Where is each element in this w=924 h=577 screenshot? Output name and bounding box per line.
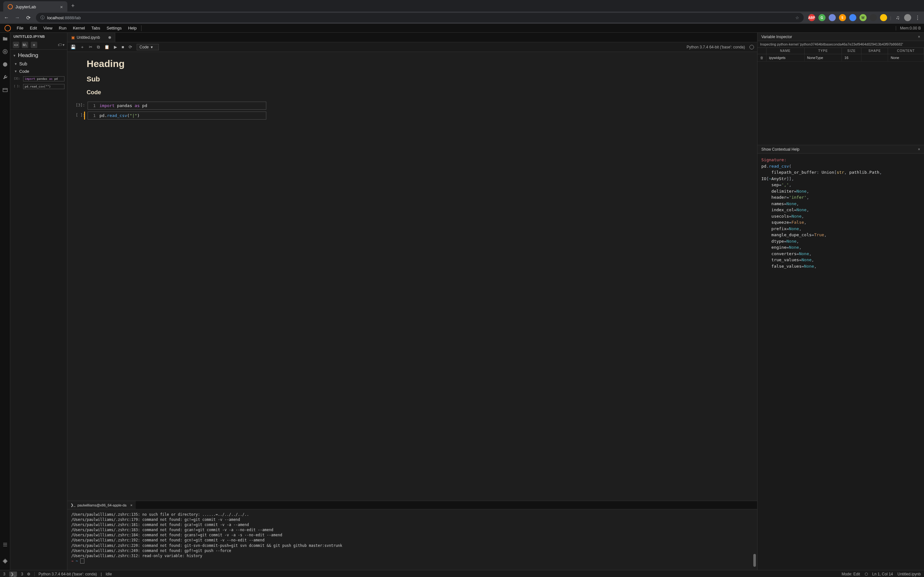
- google-ext-icon[interactable]: [849, 14, 856, 21]
- html5-ext-icon[interactable]: 5: [839, 14, 846, 21]
- ext-icon-7[interactable]: [870, 14, 877, 21]
- statusbar: 3 ❯_ 3 ⚙ Python 3.7.4 64-bit ('base': co…: [0, 570, 924, 577]
- col-shape[interactable]: SHAPE: [861, 48, 888, 54]
- outline-heading[interactable]: ▼Heading: [10, 50, 67, 60]
- sidebar-toolbar: <> M↓ ≡ 🏷 ▾: [10, 40, 67, 50]
- table-row[interactable]: 🗑 ipywidgets NoneType 16 None: [758, 54, 924, 61]
- terminal-body[interactable]: /Users/paulwilliams/.zshrc:135: no such …: [67, 509, 757, 570]
- status-kernel[interactable]: Python 3.7.4 64-bit ('base': conda): [39, 572, 97, 576]
- menu-edit[interactable]: Edit: [27, 24, 40, 32]
- close-icon[interactable]: ×: [918, 35, 920, 39]
- status-position[interactable]: Ln 1, Col 14: [872, 572, 893, 576]
- ctx-help-body[interactable]: Signature: pd.read_csv( filepath_or_buff…: [758, 153, 924, 570]
- notebook-tab[interactable]: ▣ Untitled.ipynb: [67, 33, 115, 42]
- copy-icon[interactable]: ⧉: [97, 45, 100, 50]
- kernel-status-icon[interactable]: [750, 45, 754, 49]
- jupyter-favicon: [8, 4, 13, 9]
- restart-icon[interactable]: ⟳: [129, 45, 132, 49]
- code-text[interactable]: import pandas as pd: [97, 102, 149, 109]
- var-inspector-tab[interactable]: Variable Inspector ×: [758, 33, 924, 41]
- tabs-icon[interactable]: [2, 87, 8, 93]
- status-num2[interactable]: 3: [21, 572, 23, 576]
- code-cell-active[interactable]: [ ]: 1 pd.read_csv("|"): [84, 111, 266, 119]
- reload-button[interactable]: ⟳: [25, 15, 31, 21]
- menu-icon[interactable]: ⋮: [914, 15, 921, 21]
- new-tab-button[interactable]: +: [67, 3, 79, 9]
- kernel-name[interactable]: Python 3.7.4 64-bit ('base': conda): [687, 45, 745, 49]
- gear-icon[interactable]: ⚙: [27, 572, 31, 576]
- menu-kernel[interactable]: Kernel: [69, 24, 88, 32]
- ext-icon-8[interactable]: [880, 14, 887, 21]
- code-text[interactable]: pd.read_csv("|"): [97, 112, 142, 119]
- profile-avatar[interactable]: [904, 14, 911, 21]
- code-input[interactable]: 1 pd.read_csv("|"): [87, 111, 266, 119]
- markdown-tool-icon[interactable]: M↓: [22, 42, 28, 48]
- terminal-status-icon[interactable]: ❯_: [9, 572, 17, 577]
- discord-ext-icon[interactable]: [829, 14, 836, 21]
- grammarly-ext-icon[interactable]: G: [819, 14, 825, 21]
- extension-icon[interactable]: [2, 558, 8, 564]
- tag-icon[interactable]: 🏷 ▾: [58, 43, 65, 47]
- status-mode[interactable]: Mode: Edit: [842, 572, 860, 576]
- forward-button[interactable]: →: [14, 15, 21, 21]
- status-file[interactable]: Untitled.ipynb: [897, 572, 921, 576]
- cell-type-select[interactable]: Code ▾: [137, 44, 159, 50]
- mini-cell[interactable]: [3]:import pandas as pd: [23, 76, 65, 81]
- mini-cell[interactable]: [ ]:pd.read_csv(""): [23, 84, 65, 89]
- right-panel: Variable Inspector × Inspecting python-k…: [757, 33, 924, 570]
- menu-help[interactable]: Help: [125, 24, 140, 32]
- info-icon[interactable]: ⓘ: [40, 15, 45, 21]
- jupyter-logo-icon[interactable]: [5, 25, 11, 31]
- alert-icon[interactable]: ⬡: [865, 572, 868, 576]
- code-input[interactable]: 1 import pandas as pd: [87, 102, 266, 110]
- folder-icon[interactable]: [2, 36, 8, 42]
- svg-rect-1: [4, 51, 6, 53]
- menu-run[interactable]: Run: [55, 24, 69, 32]
- star-icon[interactable]: ☆: [795, 15, 799, 20]
- list-tool-icon[interactable]: ≡: [31, 42, 37, 48]
- jupyter-menubar: File Edit View Run Kernel Tabs Settings …: [0, 24, 924, 33]
- back-button[interactable]: ←: [3, 15, 10, 21]
- notebook-icon: ▣: [71, 35, 75, 40]
- tab-title: JupyterLab: [15, 5, 36, 9]
- trash-icon[interactable]: 🗑: [758, 54, 766, 61]
- col-type[interactable]: TYPE: [804, 48, 842, 54]
- url-input[interactable]: ⓘ localhost:8888/lab ☆: [36, 13, 804, 23]
- code-tool-icon[interactable]: <>: [13, 42, 19, 48]
- menu-file[interactable]: File: [13, 24, 27, 32]
- outline-code[interactable]: ▼Code: [10, 68, 67, 75]
- status-num1[interactable]: 3: [3, 572, 5, 576]
- menu-tabs[interactable]: Tabs: [88, 24, 103, 32]
- cut-icon[interactable]: ✂: [89, 45, 92, 49]
- address-bar: ← → ⟳ ⓘ localhost:8888/lab ☆ ABP G 5 W |…: [0, 11, 924, 24]
- save-icon[interactable]: 💾: [71, 45, 76, 49]
- browser-tab[interactable]: JupyterLab ×: [3, 1, 67, 12]
- svg-rect-3: [3, 89, 7, 92]
- terminal-scrollbar[interactable]: [753, 554, 756, 567]
- palette-icon[interactable]: [2, 61, 8, 67]
- wrench-icon[interactable]: [2, 74, 8, 80]
- terminal-tab[interactable]: ❯_ paulwilliams@x86_64-apple-da ×: [67, 501, 136, 509]
- media-icon[interactable]: ♫: [895, 15, 901, 21]
- running-icon[interactable]: [2, 49, 8, 55]
- list-icon[interactable]: [2, 542, 8, 548]
- close-tab-icon[interactable]: ×: [60, 4, 63, 10]
- ctx-help-tab[interactable]: Show Contextual Help ×: [758, 145, 924, 153]
- center-area: ▣ Untitled.ipynb 💾 ＋ ✂ ⧉ 📋 ▶ ■ ⟳ Code ▾ …: [67, 33, 757, 570]
- run-icon[interactable]: ▶: [114, 45, 117, 49]
- menu-view[interactable]: View: [40, 24, 55, 32]
- menu-settings[interactable]: Settings: [103, 24, 125, 32]
- outline-sub[interactable]: ▼Sub: [10, 60, 67, 68]
- col-name[interactable]: NAME: [766, 48, 804, 54]
- stop-icon[interactable]: ■: [121, 45, 124, 49]
- paste-icon[interactable]: 📋: [104, 45, 110, 49]
- col-content[interactable]: CONTENT: [888, 48, 924, 54]
- close-icon[interactable]: ×: [130, 503, 132, 507]
- notebook-body[interactable]: Heading Sub Code [3]: 1 import pandas as…: [67, 52, 757, 501]
- code-cell[interactable]: [3]: 1 import pandas as pd: [87, 102, 266, 110]
- add-cell-icon[interactable]: ＋: [80, 44, 84, 50]
- col-size[interactable]: SIZE: [842, 48, 861, 54]
- abp-ext-icon[interactable]: ABP: [808, 14, 815, 21]
- w-ext-icon[interactable]: W: [859, 14, 867, 21]
- close-icon[interactable]: ×: [918, 147, 920, 152]
